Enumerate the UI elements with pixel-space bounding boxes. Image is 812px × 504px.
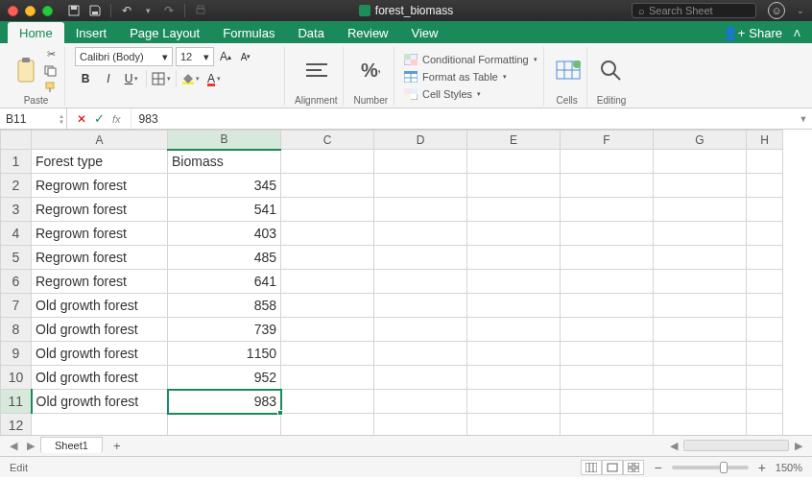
format-as-table-button[interactable]: Format as Table▾ [404, 68, 537, 84]
cell-B12[interactable] [168, 414, 281, 436]
fill-handle[interactable] [277, 410, 283, 416]
cell-C3[interactable] [281, 198, 374, 222]
row-header-12[interactable]: 12 [1, 414, 32, 436]
formula-bar-expand-icon[interactable]: ▼ [795, 114, 812, 124]
cell-G8[interactable] [654, 318, 747, 342]
cell-A9[interactable]: Old growth forest [32, 342, 168, 366]
print-icon[interactable] [193, 3, 208, 18]
decrease-font-icon[interactable]: A▾ [237, 47, 254, 66]
row-header-10[interactable]: 10 [1, 366, 32, 390]
row-header-8[interactable]: 8 [1, 318, 32, 342]
cell-E3[interactable] [467, 198, 561, 222]
cell-F6[interactable] [561, 270, 654, 294]
cell-G5[interactable] [654, 246, 747, 270]
row-header-4[interactable]: 4 [1, 222, 32, 246]
normal-view-icon[interactable] [581, 460, 602, 475]
cell-A1[interactable]: Forest type [32, 150, 168, 174]
sheet-nav-prev-icon[interactable]: ◀ [6, 440, 21, 452]
cell-H8[interactable] [747, 318, 783, 342]
row-header-11[interactable]: 11 [1, 390, 32, 414]
ribbon-collapse-icon[interactable]: ᐱ [794, 28, 800, 38]
cell-D2[interactable] [374, 174, 467, 198]
increase-font-icon[interactable]: A▴ [217, 47, 234, 66]
sheet-nav-next-icon[interactable]: ▶ [23, 440, 38, 452]
cell-F11[interactable] [561, 390, 654, 414]
cell-C5[interactable] [281, 246, 374, 270]
cell-C12[interactable] [281, 414, 374, 436]
save-icon[interactable] [87, 3, 103, 18]
cell-C1[interactable] [281, 150, 374, 174]
cell-G3[interactable] [654, 198, 747, 222]
cell-B11[interactable]: 983 [168, 390, 281, 414]
cell-E1[interactable] [467, 150, 561, 174]
tab-insert[interactable]: Insert [64, 22, 119, 43]
cell-F7[interactable] [561, 294, 654, 318]
column-header-G[interactable]: G [654, 131, 747, 150]
column-header-D[interactable]: D [374, 131, 467, 150]
column-header-E[interactable]: E [467, 131, 561, 150]
cell-A10[interactable]: Old growth forest [32, 366, 168, 390]
cell-D4[interactable] [374, 222, 467, 246]
cell-B7[interactable]: 858 [168, 294, 281, 318]
cell-D7[interactable] [374, 294, 467, 318]
cell-G1[interactable] [654, 150, 747, 174]
hscroll-right-icon[interactable]: ▶ [791, 440, 806, 452]
cell-F4[interactable] [561, 222, 654, 246]
cell-B8[interactable]: 739 [168, 318, 281, 342]
italic-button[interactable]: I [98, 69, 119, 88]
row-header-6[interactable]: 6 [1, 270, 32, 294]
minimize-window-button[interactable] [25, 6, 36, 16]
column-header-C[interactable]: C [281, 131, 374, 150]
column-header-A[interactable]: A [32, 131, 168, 150]
cell-B2[interactable]: 345 [168, 174, 281, 198]
search-sheet-input[interactable]: ⌕ Search Sheet [632, 3, 756, 18]
column-header-B[interactable]: B [168, 131, 281, 150]
cut-icon[interactable]: ✂ [43, 48, 59, 61]
row-header-5[interactable]: 5 [1, 246, 32, 270]
undo-dropdown-icon[interactable]: ▾ [140, 3, 155, 18]
row-header-1[interactable]: 1 [1, 150, 32, 174]
cell-G6[interactable] [654, 270, 747, 294]
zoom-slider[interactable] [672, 466, 749, 469]
cell-A12[interactable] [32, 414, 168, 436]
cell-E5[interactable] [467, 246, 561, 270]
cell-C10[interactable] [281, 366, 374, 390]
font-family-select[interactable]: Calibri (Body)▾ [75, 47, 173, 66]
cell-A11[interactable]: Old growth forest [32, 390, 168, 414]
cell-E4[interactable] [467, 222, 561, 246]
redo-icon[interactable]: ↷ [161, 3, 177, 18]
cell-H5[interactable] [747, 246, 783, 270]
row-header-2[interactable]: 2 [1, 174, 32, 198]
tab-review[interactable]: Review [336, 22, 400, 43]
row-header-7[interactable]: 7 [1, 294, 32, 318]
row-header-9[interactable]: 9 [1, 342, 32, 366]
cell-G12[interactable] [654, 414, 747, 436]
cell-G7[interactable] [654, 294, 747, 318]
cell-A4[interactable]: Regrown forest [32, 222, 168, 246]
cell-G9[interactable] [654, 342, 747, 366]
cell-H10[interactable] [747, 366, 783, 390]
undo-icon[interactable]: ↶ [119, 3, 134, 18]
cell-H12[interactable] [747, 414, 783, 436]
find-select-button[interactable] [598, 56, 625, 86]
cell-A2[interactable]: Regrown forest [32, 174, 168, 198]
cell-H11[interactable] [747, 390, 783, 414]
hscroll-left-icon[interactable]: ◀ [666, 440, 681, 452]
cell-H1[interactable] [747, 150, 783, 174]
zoom-in-button[interactable]: + [758, 460, 766, 475]
add-sheet-button[interactable]: + [108, 438, 126, 455]
cell-C8[interactable] [281, 318, 374, 342]
cell-B9[interactable]: 1150 [168, 342, 281, 366]
paste-button[interactable] [13, 56, 40, 86]
font-size-select[interactable]: 12▾ [176, 47, 214, 66]
cell-E10[interactable] [467, 366, 561, 390]
cell-F12[interactable] [561, 414, 654, 436]
cell-F9[interactable] [561, 342, 654, 366]
cell-D3[interactable] [374, 198, 467, 222]
tab-home[interactable]: Home [8, 22, 64, 43]
border-button[interactable]: ▾ [151, 69, 172, 88]
cell-G11[interactable] [654, 390, 747, 414]
fill-color-button[interactable]: ▾ [180, 69, 202, 88]
cell-A3[interactable]: Regrown forest [32, 198, 168, 222]
fx-label[interactable]: fx [112, 113, 121, 125]
